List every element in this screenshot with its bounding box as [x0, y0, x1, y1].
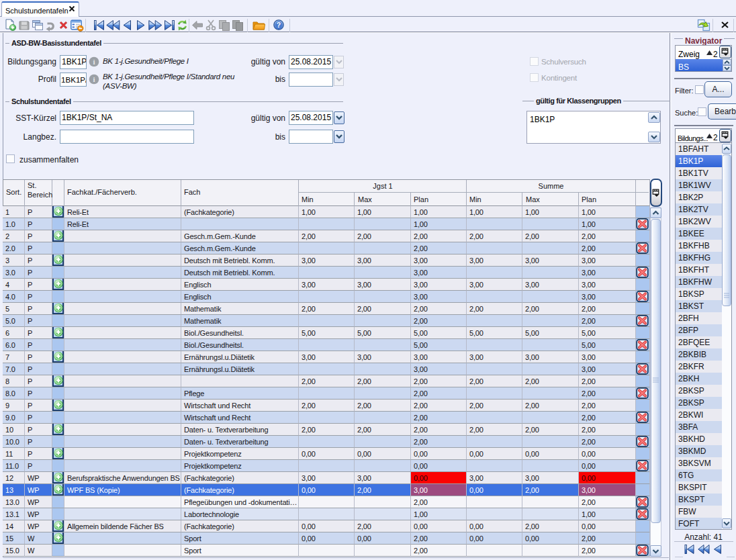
svg-text:?: ?: [277, 21, 281, 29]
svg-text:i: i: [93, 58, 95, 66]
svg-text:i: i: [93, 75, 95, 83]
